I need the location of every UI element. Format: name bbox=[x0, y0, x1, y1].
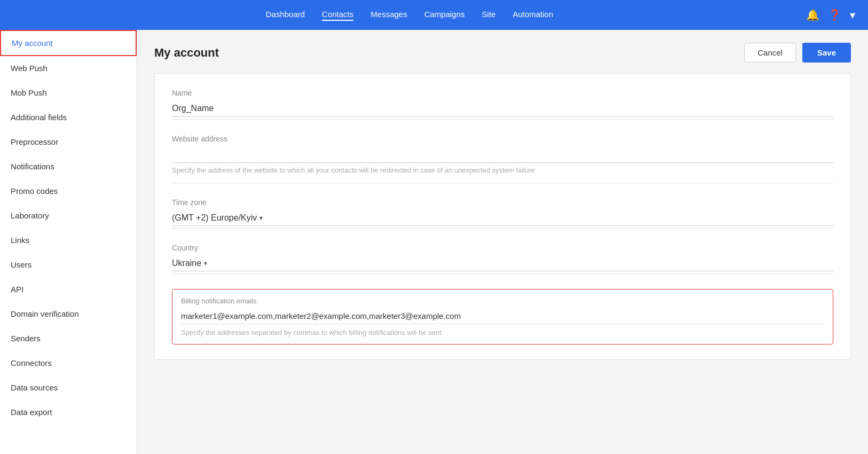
sidebar-item-data-sources[interactable]: Data sources bbox=[0, 375, 137, 400]
page-title: My account bbox=[154, 46, 219, 60]
form-card: Name Website address Specify the address… bbox=[154, 73, 851, 360]
country-select-wrapper: Ukraine ▾ bbox=[172, 255, 833, 271]
sidebar-item-preprocessor[interactable]: Preprocessor bbox=[0, 130, 137, 154]
country-label: Country bbox=[172, 244, 833, 252]
bell-icon[interactable]: 🔔 bbox=[806, 9, 819, 21]
nav-site[interactable]: Site bbox=[482, 10, 496, 21]
sidebar-item-web-push[interactable]: Web Push bbox=[0, 56, 137, 81]
sidebar-item-mob-push[interactable]: Mob Push bbox=[0, 81, 137, 105]
nav-right: 🔔 ❓ ▾ bbox=[806, 9, 855, 21]
save-button[interactable]: Save bbox=[802, 43, 851, 62]
help-icon[interactable]: ❓ bbox=[828, 9, 841, 21]
top-nav: Dashboard Contacts Messages Campaigns Si… bbox=[0, 0, 868, 30]
billing-hint: Specify the addresses separated by comma… bbox=[181, 328, 824, 336]
timezone-chevron-icon: ▾ bbox=[259, 214, 263, 222]
name-field: Name bbox=[172, 89, 833, 120]
website-label: Website address bbox=[172, 135, 833, 143]
billing-input[interactable] bbox=[181, 309, 824, 324]
main-content: My account Cancel Save Name Website addr… bbox=[137, 30, 868, 454]
nav-links: Dashboard Contacts Messages Campaigns Si… bbox=[13, 10, 806, 21]
country-select[interactable]: Ukraine bbox=[172, 259, 202, 268]
website-hint: Specify the address of the website to wh… bbox=[172, 166, 833, 174]
nav-contacts[interactable]: Contacts bbox=[322, 10, 353, 21]
sidebar-item-connectors[interactable]: Connectors bbox=[0, 351, 137, 375]
sidebar-item-my-account[interactable]: My account bbox=[0, 30, 137, 56]
billing-label: Billing notification emails bbox=[181, 297, 824, 305]
nav-dashboard[interactable]: Dashboard bbox=[266, 10, 305, 21]
timezone-label: Time zone bbox=[172, 198, 833, 207]
country-chevron-icon: ▾ bbox=[204, 260, 207, 267]
sidebar-item-additional-fields[interactable]: Additional fields bbox=[0, 105, 137, 130]
sidebar-item-domain-verification[interactable]: Domain verification bbox=[0, 302, 137, 326]
sidebar-item-senders[interactable]: Senders bbox=[0, 326, 137, 351]
name-input[interactable] bbox=[172, 100, 833, 117]
page-header: My account Cancel Save bbox=[154, 43, 851, 62]
timezone-select-wrapper: (GMT +2) Europe/Kyiv ▾ bbox=[172, 210, 833, 226]
sidebar-item-api[interactable]: API bbox=[0, 277, 137, 302]
country-field: Country Ukraine ▾ bbox=[172, 244, 833, 274]
sidebar: My account Web Push Mob Push Additional … bbox=[0, 30, 137, 454]
timezone-field: Time zone (GMT +2) Europe/Kyiv ▾ bbox=[172, 198, 833, 229]
sidebar-item-links[interactable]: Links bbox=[0, 228, 137, 253]
nav-campaigns[interactable]: Campaigns bbox=[424, 10, 465, 21]
website-field: Website address Specify the address of t… bbox=[172, 135, 833, 183]
header-buttons: Cancel Save bbox=[744, 43, 851, 62]
sidebar-item-promo-codes[interactable]: Promo codes bbox=[0, 179, 137, 203]
name-label: Name bbox=[172, 89, 833, 97]
website-input[interactable] bbox=[172, 146, 833, 163]
billing-field: Billing notification emails Specify the … bbox=[172, 289, 833, 345]
chevron-down-icon[interactable]: ▾ bbox=[850, 9, 855, 21]
main-layout: My account Web Push Mob Push Additional … bbox=[0, 30, 868, 454]
sidebar-item-data-export[interactable]: Data export bbox=[0, 400, 137, 425]
nav-automation[interactable]: Automation bbox=[512, 10, 553, 21]
cancel-button[interactable]: Cancel bbox=[744, 43, 796, 62]
sidebar-item-notifications[interactable]: Notifications bbox=[0, 154, 137, 179]
timezone-select[interactable]: (GMT +2) Europe/Kyiv bbox=[172, 213, 257, 222]
sidebar-item-laboratory[interactable]: Laboratory bbox=[0, 203, 137, 228]
nav-messages[interactable]: Messages bbox=[370, 10, 407, 21]
sidebar-item-users[interactable]: Users bbox=[0, 253, 137, 277]
